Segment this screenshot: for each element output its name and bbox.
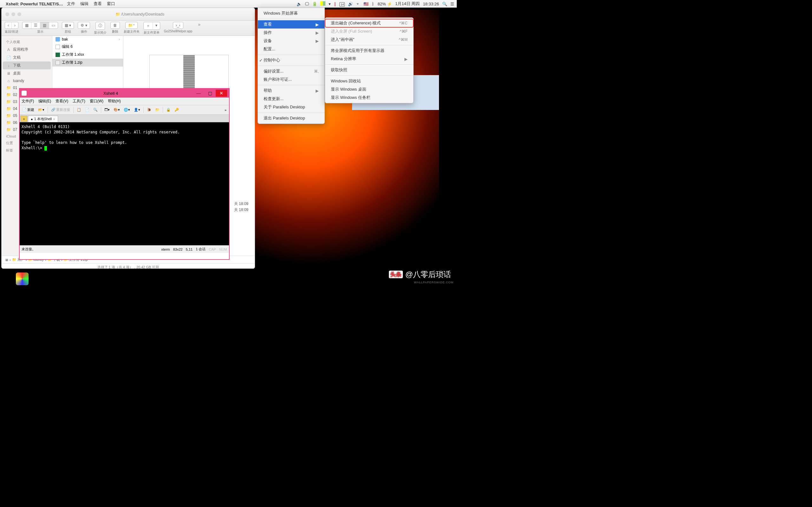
menu-item[interactable]: 设备▶ (258, 37, 324, 45)
session-tab[interactable]: ● 1 本地Shell × (28, 116, 58, 122)
sidebar-item[interactable]: 📄文稿 (2, 54, 52, 61)
minimize-button[interactable]: — (193, 90, 204, 97)
menu-item[interactable]: 关于 Parallels Desktop (258, 103, 324, 111)
user-button[interactable]: 👤▾ (133, 107, 142, 112)
color-button[interactable]: 🎨▾ (112, 107, 121, 112)
open-button[interactable]: 📂▾ (37, 107, 46, 112)
terminal[interactable]: Xshell 4 (Build 0131) Copyright (c) 2002… (20, 122, 229, 245)
zoom-icon[interactable] (17, 12, 21, 16)
menu-item[interactable]: 查看▶ (258, 20, 324, 29)
close-tab-icon[interactable]: × (53, 117, 55, 121)
go2shell-button[interactable]: ›_‹ (173, 22, 183, 29)
bluetooth-icon[interactable]: ᛒ (372, 2, 374, 6)
menu-edit[interactable]: 编辑 (80, 1, 89, 7)
new-file-menu[interactable]: ▾ (153, 22, 160, 30)
close-button[interactable]: ✕ (216, 90, 227, 97)
dropdown-icon[interactable]: ▾ (328, 2, 331, 6)
submenu-item[interactable]: 获取快照 (325, 66, 413, 74)
date[interactable]: 1月14日 周四 (395, 1, 420, 7)
submenu-item[interactable]: 退出融合 (Coherence) 模式^⌘C (325, 19, 413, 27)
overflow-icon[interactable]: » (196, 22, 202, 27)
minimize-icon[interactable] (11, 12, 15, 16)
view-icon-button[interactable]: ▦ (22, 22, 32, 29)
flag-icon[interactable]: 🇺🇸 (363, 2, 368, 6)
group-button[interactable]: ▦ ▾ (62, 22, 73, 29)
wifi-icon[interactable]: ᯤ (356, 2, 360, 6)
search-icon[interactable]: 🔍 (442, 2, 447, 6)
key-button[interactable]: 🔑 (173, 107, 180, 112)
submenu-item[interactable]: 进入"画中画"^⌘M (325, 36, 413, 44)
back-button[interactable]: ‹ (5, 22, 12, 29)
volume-icon[interactable]: 🔈 (297, 2, 302, 6)
view-list-button[interactable]: ☰ (32, 22, 40, 29)
toolbar-overflow[interactable]: » (223, 107, 228, 112)
file-item[interactable]: bak› (52, 36, 123, 43)
info-button[interactable]: ⓘ (96, 22, 105, 30)
paste-button[interactable]: 📄 (84, 107, 91, 112)
menu-item[interactable]: 操作▶ (258, 29, 324, 37)
copy-button[interactable]: 📋 (75, 107, 83, 112)
xshell-menu-item[interactable]: 查看(V) (55, 99, 68, 104)
finder-titlebar[interactable]: 📁 /Users/luandy/Downloads (2, 8, 255, 20)
xshell-menu-item[interactable]: 工具(T) (72, 99, 85, 104)
dock-app-icon[interactable] (16, 273, 29, 285)
sidebar-item[interactable]: 🖥桌面 (2, 69, 52, 77)
maximize-button[interactable]: ▢ (204, 90, 216, 97)
globe-button[interactable]: 🌐▾ (122, 107, 131, 112)
delete-button[interactable]: 🗑 (111, 22, 119, 29)
xshell-titlebar[interactable]: Xshell 4 — ▢ ✕ (20, 89, 229, 98)
new-session-button[interactable]: 📄新建 (21, 107, 36, 113)
menu-item[interactable]: 退出 Parallels Desktop (258, 114, 324, 122)
time[interactable]: 18:33:26 (423, 2, 439, 6)
sidebar-item[interactable]: ⌂luandy (2, 77, 52, 84)
menu-window[interactable]: 窗口 (107, 1, 115, 7)
menu-item[interactable]: ✓控制中心 (258, 56, 324, 64)
app-name[interactable]: Xshell: Powerful TELNET/S… (6, 2, 63, 6)
sidebar-header-favorites: 个人收藏 (2, 38, 52, 46)
xshell-menu-item[interactable]: 文件(F) (21, 99, 34, 104)
calendar-icon[interactable]: 14 (339, 1, 345, 7)
find-button[interactable]: 🔍 (92, 107, 99, 112)
battery-percent[interactable]: 82% ⚡ (377, 2, 392, 6)
menu-view[interactable]: 查看 (94, 1, 102, 7)
file-item[interactable]: 工作簿 1.xlsx (52, 51, 123, 59)
file-item[interactable]: 编辑 6 (52, 43, 123, 51)
menu-item[interactable]: 账户和许可证... (258, 75, 324, 83)
sound-icon[interactable]: 🔊 (348, 2, 353, 6)
control-center-icon[interactable]: ☰ (450, 2, 454, 6)
submenu-item[interactable]: 显示 Windows 任务栏 (325, 94, 413, 102)
sidebar-item[interactable]: A应用程序 (2, 46, 52, 54)
session-count: 1 会话 (196, 247, 206, 251)
submenu-item[interactable]: Retina 分辨率▶ (325, 55, 413, 63)
menu-item[interactable]: 帮助▶ (258, 87, 324, 95)
menu-item[interactable]: Windows 开始屏幕 (258, 9, 324, 17)
menu-item[interactable]: 检查更新... (258, 95, 324, 103)
display-icon[interactable]: 🖵 (305, 2, 309, 6)
menu-item[interactable]: 配置... (258, 45, 324, 53)
submenu-item[interactable]: 显示 Windows 桌面 (325, 85, 413, 94)
lock-button[interactable]: 🔒 (165, 107, 172, 112)
battery-icon[interactable]: 🔋 (312, 2, 317, 6)
add-tab-button[interactable]: ＋ (20, 116, 27, 122)
forward-button[interactable]: › (12, 22, 18, 29)
parallels-icon[interactable]: ‖ (334, 2, 336, 6)
snail-icon[interactable]: 🐌 (146, 107, 153, 112)
xshell-menu-item[interactable]: 编辑(E) (38, 99, 51, 104)
xshell-menu-item[interactable]: 帮助(H) (108, 99, 121, 104)
props-button[interactable]: 🗔▾ (103, 107, 111, 112)
view-column-button[interactable]: ▥ (40, 22, 49, 29)
submenu-item[interactable]: 将全屏模式应用于所有显示器 (325, 47, 413, 55)
action-button[interactable]: ⚙ ▾ (78, 22, 90, 29)
new-file-button[interactable]: ＋ (144, 22, 153, 30)
new-folder-button[interactable]: 📁⁺ (125, 22, 137, 29)
xshell-menu-item[interactable]: 窗口(W) (90, 99, 103, 104)
view-gallery-button[interactable]: ▭ (49, 22, 58, 29)
menu-item[interactable]: 偏好设置...⌘, (258, 67, 324, 75)
folder-button[interactable]: 📁 (154, 107, 161, 112)
close-icon[interactable] (5, 12, 9, 16)
sidebar-item[interactable]: ↓下载 (3, 61, 51, 69)
menu-file[interactable]: 文件 (67, 1, 75, 7)
file-item[interactable]: 工作簿 1.zip (52, 59, 123, 66)
submenu-item[interactable]: Windows 回收站 (325, 77, 413, 85)
reconnect-button[interactable]: 🔗重新连接 (50, 107, 71, 113)
